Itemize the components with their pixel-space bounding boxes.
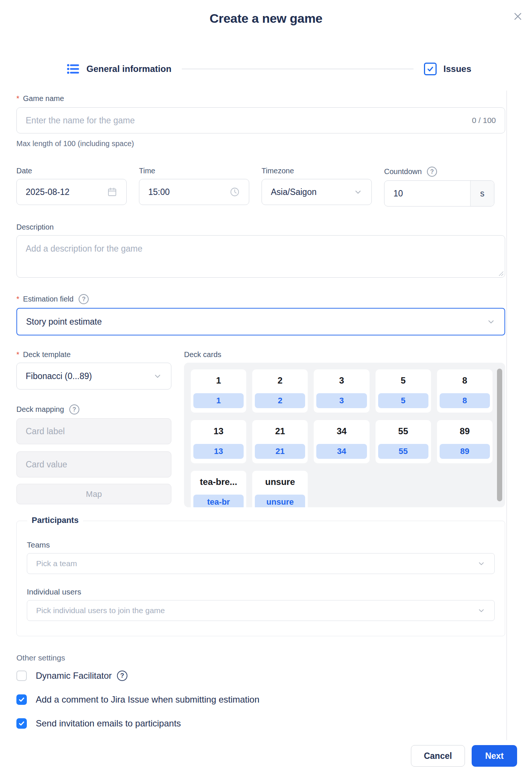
participants-legend: Participants — [27, 515, 83, 525]
map-button: Map — [16, 484, 171, 504]
game-name-label: * Game name — [16, 94, 505, 103]
countdown-label: Countdown ? — [384, 167, 494, 177]
chevron-down-icon — [487, 317, 495, 326]
teams-select[interactable]: Pick a team — [27, 553, 495, 574]
checkbox-unchecked-icon[interactable] — [16, 671, 27, 681]
dynamic-facilitator-option[interactable]: Dynamic Facilitator ? — [16, 671, 505, 681]
deck-cards-panel: 11 22 33 55 88 1313 2121 3434 5555 8989 … — [184, 363, 505, 507]
deck-template-label: * Deck template — [16, 350, 171, 359]
deck-card[interactable]: 22 — [252, 369, 308, 413]
individual-users-select[interactable]: Pick individual users to join the game — [27, 600, 495, 621]
description-label: Description — [16, 223, 505, 231]
char-counter: 0 / 100 — [472, 116, 496, 125]
checkbox-checked-icon[interactable] — [16, 694, 27, 705]
card-label-input: Card label — [16, 418, 171, 444]
send-invitation-option[interactable]: Send invitation emails to participants — [16, 718, 505, 729]
deck-card[interactable]: 11 — [191, 369, 246, 413]
help-icon[interactable]: ? — [427, 167, 437, 177]
time-picker[interactable]: 15:00 — [139, 179, 249, 205]
description-textarea[interactable] — [16, 235, 505, 278]
timezone-select[interactable]: Asia/Saigon — [262, 179, 372, 205]
datetime-row: Date 2025-08-12 Time 15:00 — [16, 167, 505, 206]
step-label: Issues — [443, 64, 471, 74]
deck-card[interactable]: tea-bre...tea-br — [191, 471, 246, 507]
deck-card[interactable]: unsureunsure — [252, 471, 308, 507]
participants-fieldset: Participants Teams Pick a team Individua… — [16, 521, 505, 636]
step-connector — [182, 69, 414, 69]
date-picker[interactable]: 2025-08-12 — [16, 179, 127, 205]
teams-label: Teams — [27, 540, 495, 549]
checkbox-icon — [424, 63, 437, 75]
other-settings-options: Dynamic Facilitator ? Add a comment to J… — [16, 671, 505, 729]
deck-card[interactable]: 1313 — [191, 420, 246, 463]
deck-card[interactable]: 8989 — [437, 420, 493, 463]
cancel-button[interactable]: Cancel — [411, 745, 465, 767]
close-icon — [512, 11, 523, 22]
deck-mapping-label: Deck mapping ? — [16, 404, 171, 414]
close-button[interactable] — [510, 9, 525, 24]
estimation-field-select[interactable]: Story point estimate — [16, 308, 505, 335]
help-icon[interactable]: ? — [69, 404, 79, 414]
game-name-helper: Max length of 100 (including space) — [16, 139, 505, 148]
deck-card[interactable]: 55 — [376, 369, 431, 413]
deck-cards-label: Deck cards — [184, 350, 505, 359]
deck-card[interactable]: 2121 — [252, 420, 308, 463]
next-button[interactable]: Next — [472, 745, 517, 767]
required-asterisk: * — [16, 94, 19, 103]
countdown-input[interactable] — [384, 181, 470, 206]
scrollbar-thumb[interactable] — [497, 369, 502, 501]
step-label: General information — [86, 64, 171, 74]
clock-icon — [229, 187, 240, 197]
stepper: General information Issues — [66, 62, 471, 76]
chevron-down-icon — [477, 606, 485, 615]
list-icon — [66, 62, 80, 76]
deck-card[interactable]: 88 — [437, 369, 493, 413]
timezone-label: Timezone — [262, 167, 372, 175]
deck-template-select[interactable]: Fibonacci (0...89) — [16, 363, 171, 390]
required-asterisk: * — [16, 295, 19, 303]
deck-card[interactable]: 33 — [314, 369, 369, 413]
help-icon[interactable]: ? — [117, 671, 127, 681]
deck-card[interactable]: 5555 — [376, 420, 431, 463]
card-value-input: Card value — [16, 451, 171, 477]
date-label: Date — [16, 167, 127, 175]
game-name-field: 0 / 100 — [16, 107, 505, 133]
time-label: Time — [139, 167, 249, 175]
step-general-information[interactable]: General information — [66, 62, 171, 76]
step-issues[interactable]: Issues — [424, 63, 471, 75]
calendar-icon — [107, 187, 117, 197]
required-asterisk: * — [16, 350, 19, 359]
help-icon[interactable]: ? — [79, 294, 89, 304]
chevron-down-icon — [477, 559, 485, 568]
description-field — [16, 235, 505, 278]
chevron-down-icon — [153, 372, 162, 381]
dialog-footer: Cancel Next — [0, 745, 532, 767]
deck-card[interactable]: 3434 — [314, 420, 369, 463]
checkbox-checked-icon[interactable] — [16, 718, 27, 729]
countdown-field: s — [384, 180, 494, 206]
dialog-title: Create a new game — [0, 11, 532, 26]
game-name-input[interactable] — [26, 116, 466, 126]
chevron-down-icon — [354, 187, 362, 196]
deck-cards-grid: 11 22 33 55 88 1313 2121 3434 5555 8989 … — [191, 369, 493, 507]
other-settings-label: Other settings — [16, 653, 505, 662]
estimation-field-label: * Estimation field ? — [16, 294, 505, 304]
add-comment-option[interactable]: Add a comment to Jira Issue when submitt… — [16, 694, 505, 705]
scroll-divider — [506, 91, 507, 740]
deck-section: * Deck template Fibonacci (0...89) Deck … — [16, 350, 505, 507]
countdown-unit: s — [470, 181, 494, 206]
dialog-body: * Game name 0 / 100 Max length of 100 (i… — [16, 94, 505, 729]
individual-users-label: Individual users — [27, 587, 495, 596]
create-game-dialog: Create a new game General information Is… — [0, 0, 532, 779]
